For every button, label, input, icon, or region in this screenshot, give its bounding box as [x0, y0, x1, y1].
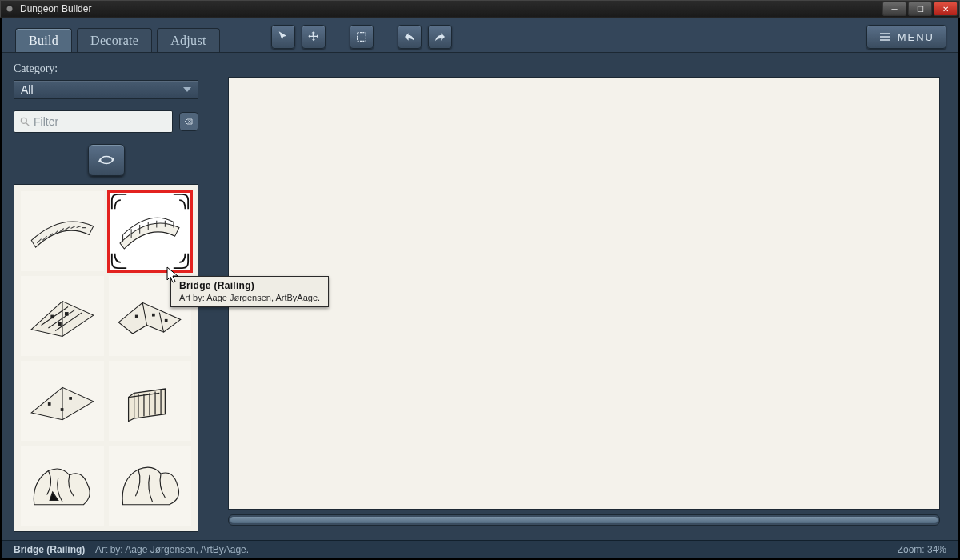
shuffle-button[interactable] [88, 144, 125, 176]
asset-roof-b[interactable] [21, 361, 104, 441]
svg-rect-12 [70, 398, 72, 400]
svg-rect-6 [65, 313, 68, 316]
main-menu-button[interactable]: MENU [866, 25, 946, 49]
tab-adjust[interactable]: Adjust [157, 28, 219, 52]
clear-filter-button[interactable] [179, 112, 198, 131]
redo-icon [434, 30, 446, 43]
mouse-cursor-icon [166, 266, 179, 284]
hamburger-icon [878, 30, 891, 43]
window-minimize-button[interactable]: ─ [882, 2, 906, 16]
status-item-name: Bridge (Railing) [14, 544, 85, 555]
asset-bridge-railing[interactable] [109, 191, 192, 271]
svg-rect-10 [166, 319, 168, 322]
asset-bridge-slab[interactable] [21, 191, 104, 271]
tab-build[interactable]: Build [15, 28, 72, 52]
move-tool-button[interactable] [302, 25, 326, 49]
map-canvas[interactable] [228, 77, 940, 510]
asset-cavewall-a[interactable] [21, 446, 104, 526]
move-icon [307, 30, 320, 43]
window-titlebar: Dungeon Builder ─ ☐ ✕ [0, 0, 960, 18]
tab-decorate[interactable]: Decorate [77, 28, 152, 52]
status-bar: Bridge (Railing) Art by: Aage Jørgensen,… [2, 540, 958, 558]
status-art-by: Art by: Aage Jørgensen, ArtByAage. [95, 544, 249, 555]
marquee-icon [355, 30, 368, 43]
asset-cavewall-b[interactable] [109, 446, 192, 526]
svg-rect-9 [153, 314, 155, 316]
tab-build-label: Build [29, 34, 58, 47]
tab-decorate-label: Decorate [90, 34, 138, 47]
window-close-button[interactable]: ✕ [934, 2, 958, 16]
svg-rect-11 [48, 403, 50, 406]
mode-tabs: Build Decorate Adjust [15, 28, 220, 52]
category-select[interactable]: All [14, 80, 198, 99]
selection-tool-button[interactable] [350, 25, 374, 49]
search-icon [19, 116, 30, 127]
scrollbar-thumb[interactable] [230, 517, 938, 523]
svg-rect-8 [136, 315, 138, 318]
window-maximize-button[interactable]: ☐ [908, 2, 932, 16]
filter-placeholder: Filter [34, 115, 58, 128]
svg-rect-5 [51, 315, 54, 318]
asset-roof-a[interactable] [21, 276, 104, 356]
asset-crate[interactable] [109, 361, 192, 441]
tooltip-title: Bridge (Railing) [179, 280, 320, 291]
chevron-down-icon [183, 87, 191, 92]
svg-point-3 [21, 118, 26, 123]
window-title: Dungeon Builder [20, 3, 91, 14]
asset-tooltip: Bridge (Railing) Art by: Aage Jørgensen,… [170, 276, 329, 307]
undo-button[interactable] [398, 25, 422, 49]
canvas-horizontal-scrollbar[interactable] [228, 514, 940, 526]
svg-rect-13 [61, 409, 63, 411]
svg-rect-7 [58, 322, 61, 326]
filter-input[interactable]: Filter [14, 110, 173, 133]
asset-palette [14, 184, 198, 532]
status-zoom: Zoom: 34% [898, 544, 946, 555]
undo-icon [403, 30, 416, 43]
svg-point-1 [7, 6, 13, 12]
pointer-icon [277, 30, 290, 43]
svg-line-4 [26, 123, 30, 126]
svg-rect-2 [357, 33, 366, 42]
category-value: All [21, 83, 34, 96]
category-label: Category: [14, 62, 198, 75]
app-frame: Build Decorate Adjust [2, 18, 958, 558]
top-toolbar: Build Decorate Adjust [2, 18, 958, 52]
tab-adjust-label: Adjust [170, 34, 206, 47]
pointer-tool-button[interactable] [271, 25, 295, 49]
app-icon [4, 3, 15, 14]
backspace-icon [184, 117, 194, 126]
cycle-icon [97, 153, 116, 167]
main-menu-label: MENU [898, 31, 934, 43]
tooltip-subtitle: Art by: Aage Jørgensen, ArtByAage. [179, 293, 320, 302]
redo-button[interactable] [428, 25, 452, 49]
